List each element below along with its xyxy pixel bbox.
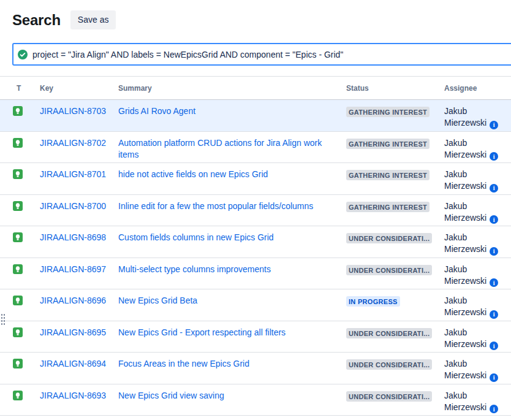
column-header-key[interactable]: Key [40,77,118,99]
issue-key-link[interactable]: JIRAALIGN-8695 [40,327,106,337]
key-cell: JIRAALIGN-8701 [40,163,118,182]
idea-type-icon [13,138,23,148]
status-badge: GATHERING INTEREST [346,107,430,117]
type-cell [12,289,40,310]
status-badge: UNDER CONSIDERATI... [346,265,432,275]
info-icon[interactable]: i [490,310,498,319]
table-row[interactable]: JIRAALIGN-8696 New Epics Grid Beta IN PR… [0,289,511,321]
assignee-name: Jakub Mierzewski [444,359,486,380]
issue-summary-link[interactable]: Grids AI Rovo Agent [118,106,195,116]
type-cell [12,163,40,184]
issue-key-link[interactable]: JIRAALIGN-8693 [40,391,106,400]
status-badge: GATHERING INTEREST [346,139,430,149]
issue-summary-link[interactable]: Inline edit for a few the most popular f… [118,201,313,211]
assignee-name: Jakub Mierzewski [444,327,486,349]
status-badge: GATHERING INTEREST [346,202,430,212]
column-header-type[interactable]: T [12,77,40,99]
assignee-name: Jakub Mierzewski [444,296,486,317]
issue-summary-link[interactable]: hide not active fields on new Epics Grid [118,169,268,179]
key-cell: JIRAALIGN-8693 [40,384,118,403]
table-row[interactable]: JIRAALIGN-8698 Custom fields columns in … [0,226,511,258]
issue-key-link[interactable]: JIRAALIGN-8700 [40,201,106,211]
issue-key-link[interactable]: JIRAALIGN-8703 [40,106,106,116]
issue-summary-link[interactable]: New Epics Grid Beta [118,296,197,305]
key-cell: JIRAALIGN-8694 [40,353,118,372]
issue-key-link[interactable]: JIRAALIGN-8696 [40,296,106,305]
key-cell: JIRAALIGN-8698 [40,226,118,245]
table-row[interactable]: JIRAALIGN-8702 Automation platform CRUD … [0,132,511,164]
assignee-cell: Jakub Mierzewskii [444,132,511,163]
info-icon[interactable]: i [490,152,498,161]
info-icon[interactable]: i [490,373,498,382]
jql-search-bar: project = "Jira Align" AND labels = NewE… [12,43,511,66]
summary-cell: New Epics Grid Beta [118,289,346,308]
idea-type-icon [13,296,23,305]
table-row[interactable]: JIRAALIGN-8700 Inline edit for a few the… [0,195,511,227]
assignee-name: Jakub Mierzewski [444,264,486,286]
issue-key-link[interactable]: JIRAALIGN-8697 [40,264,106,274]
assignee-name: Jakub Mierzewski [444,138,486,159]
status-cell: UNDER CONSIDERATI... [346,384,444,407]
info-icon[interactable]: i [490,405,498,413]
table-row[interactable]: JIRAALIGN-8693 New Epics Grid view savin… [0,384,511,416]
key-cell: JIRAALIGN-8695 [40,321,118,340]
assignee-name: Jakub Mierzewski [444,232,486,254]
type-cell [12,384,40,405]
issue-key-link[interactable]: JIRAALIGN-8698 [40,232,106,242]
type-cell [12,195,40,216]
issue-table-header-row: T Key Summary Status Assignee [0,76,511,100]
table-row[interactable]: JIRAALIGN-8697 Multi-select type columns… [0,258,511,290]
issue-search-page: Search Save as project = "Jira Align" AN… [0,0,511,420]
info-icon[interactable]: i [490,184,498,193]
issue-summary-link[interactable]: New Epics Grid view saving [118,391,224,400]
summary-cell: Automation platform CRUD actions for Jir… [118,132,346,162]
jql-query-input[interactable]: project = "Jira Align" AND labels = NewE… [12,43,511,66]
info-icon[interactable]: i [490,121,498,129]
issue-summary-link[interactable]: Custom fields columns in new Epics Grid [118,232,274,242]
table-row[interactable]: JIRAALIGN-8694 Focus Areas in the new Ep… [0,353,511,384]
issue-summary-link[interactable]: Automation platform CRUD actions for Jir… [118,138,322,159]
issue-summary-link[interactable]: Multi-select type columns improvements [118,264,271,274]
table-row[interactable]: JIRAALIGN-8703 Grids AI Rovo Agent GATHE… [0,100,511,132]
status-badge: UNDER CONSIDERATI... [346,328,432,338]
issue-key-link[interactable]: JIRAALIGN-8701 [40,169,106,179]
info-icon[interactable]: i [490,247,498,256]
idea-type-icon [13,106,23,116]
key-cell: JIRAALIGN-8696 [40,289,118,308]
status-cell: GATHERING INTEREST [346,100,444,122]
table-row[interactable]: JIRAALIGN-8701 hide not active fields on… [0,163,511,195]
assignee-name: Jakub Mierzewski [444,201,486,223]
summary-cell: Inline edit for a few the most popular f… [118,195,346,214]
assignee-cell: Jakub Mierzewskii [444,226,511,258]
status-cell: UNDER CONSIDERATI... [346,321,444,343]
status-cell: UNDER CONSIDERATI... [346,258,444,280]
column-header-assignee[interactable]: Assignee [444,77,511,99]
type-cell [12,132,40,153]
info-icon[interactable]: i [490,342,498,350]
key-cell: JIRAALIGN-8702 [40,132,118,151]
type-cell [12,321,40,342]
issue-summary-link[interactable]: Focus Areas in the new Epics Grid [118,359,249,368]
idea-type-icon [13,391,23,400]
issue-key-link[interactable]: JIRAALIGN-8702 [40,138,106,148]
idea-type-icon [13,327,23,337]
column-header-status[interactable]: Status [346,77,444,99]
assignee-cell: Jakub Mierzewskii [444,258,511,289]
issue-table-body: JIRAALIGN-8703 Grids AI Rovo Agent GATHE… [0,100,511,416]
issue-key-link[interactable]: JIRAALIGN-8694 [40,359,106,368]
summary-cell: Grids AI Rovo Agent [118,100,346,119]
summary-cell: Focus Areas in the new Epics Grid [118,353,346,372]
drag-handle[interactable] [1,313,5,326]
table-row[interactable]: JIRAALIGN-8695 New Epics Grid - Export r… [0,321,511,353]
status-badge: GATHERING INTEREST [346,170,430,180]
key-cell: JIRAALIGN-8697 [40,258,118,277]
issue-summary-link[interactable]: New Epics Grid - Export respecting all f… [118,327,286,337]
column-header-summary[interactable]: Summary [118,77,346,99]
assignee-cell: Jakub Mierzewskii [444,163,511,194]
status-cell: GATHERING INTEREST [346,195,444,217]
info-icon[interactable]: i [490,215,498,224]
page-header: Search Save as [0,0,511,29]
info-icon[interactable]: i [490,278,498,287]
save-as-button[interactable]: Save as [70,10,116,29]
status-badge: UNDER CONSIDERATI... [346,359,432,370]
